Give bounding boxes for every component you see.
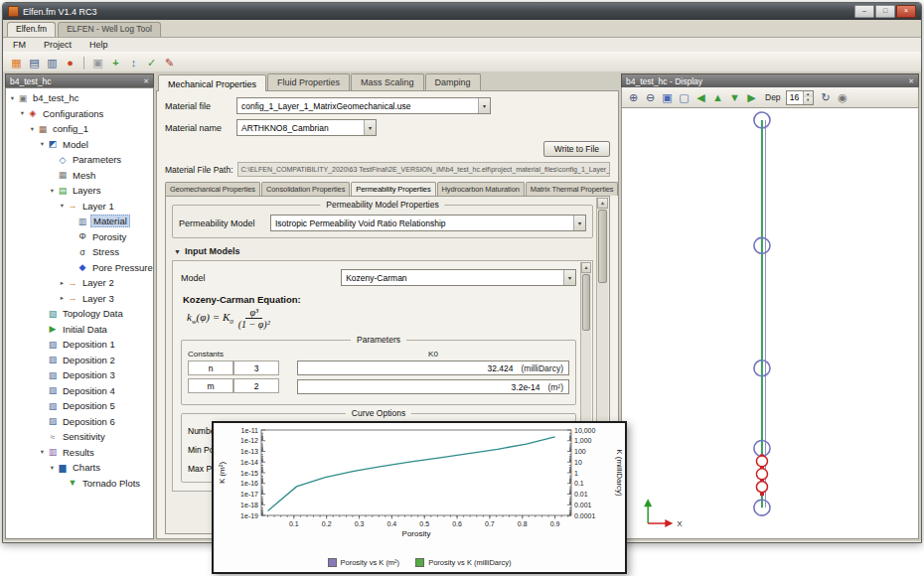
tab-mass-scaling[interactable]: Mass Scaling (351, 73, 424, 90)
permeability-model-select[interactable]: Isotropic Permeability Void Ratio Relati… (270, 215, 586, 231)
tree-item-deposition-6[interactable]: ▨Deposition 6 (6, 414, 153, 430)
write-to-file-button[interactable]: Write to File (543, 141, 610, 157)
project-panel-header: b4_test_hc ✕ (5, 73, 154, 87)
tree-item-results[interactable]: ▾▥Results (6, 445, 153, 461)
subtab-matrix-thermal-properties[interactable]: Matrix Thermal Properties (526, 182, 619, 196)
save-icon[interactable]: ▤ (27, 56, 42, 71)
tree-item-tornado-plots[interactable]: ▼Tornado Plots (6, 476, 153, 492)
tree-item-deposition-3[interactable]: ▨Deposition 3 (6, 367, 153, 383)
doc-tab-elfen-fm[interactable]: Elfen.fm (7, 22, 56, 37)
kozeny-carman-equation: kw(φ) = K0 φ³ (1 − φ)² (187, 307, 576, 330)
tree-item-mesh[interactable]: ▦Mesh (6, 168, 153, 184)
input-models-section-toggle[interactable]: ▼ Input Models (174, 246, 593, 256)
k0-millidarcy-field[interactable]: 32.424 (milliDarcy) (297, 360, 569, 375)
subtab-hydrocarbon-maturation[interactable]: Hydrocarbon Maturation (437, 182, 525, 196)
fit-view-icon[interactable]: ▣ (660, 90, 675, 105)
menu-project[interactable]: Project (42, 40, 74, 50)
deposition-5-icon: ▨ (47, 401, 59, 411)
desktop: Elfen.fm V1.4 RC3 –□× Elfen.fmELFEN - We… (0, 0, 924, 576)
tree-item-deposition-5[interactable]: ▨Deposition 5 (6, 398, 153, 414)
tree-item-layer-1[interactable]: ▾→Layer 1 (6, 199, 153, 215)
tree-item-stress[interactable]: σStress (6, 244, 153, 260)
expander-icon[interactable]: ▸ (58, 294, 67, 302)
expander-icon[interactable]: ▾ (18, 109, 27, 117)
window-title: Elfen.fm V1.4 RC3 (23, 7, 97, 17)
tree-item-initial-data[interactable]: ▶Initial Data (6, 322, 153, 338)
expander-icon[interactable]: ▾ (58, 202, 67, 210)
subtab-geomechanical-properties[interactable]: Geomechanical Properties (165, 182, 260, 196)
tree-item-material[interactable]: ▥Material (6, 214, 153, 229)
porosity-icon: Φ (77, 231, 88, 241)
expander-icon[interactable]: ▾ (38, 140, 47, 148)
add-icon[interactable]: + (108, 56, 123, 71)
tree-item-parameters[interactable]: ◇Parameters (6, 152, 153, 168)
tree-item-pore-pressure[interactable]: ◆Pore Pressure (6, 260, 153, 276)
zoom-out-icon[interactable]: ⊖ (643, 90, 658, 105)
tab-damping[interactable]: Damping (425, 73, 481, 90)
fit-selection-icon[interactable]: ▢ (677, 90, 692, 105)
dep-spinner[interactable]: 16 ▴ ▾ (786, 90, 814, 105)
tree-item-configurations[interactable]: ▾◈Configurations (6, 106, 153, 122)
constant-n-field[interactable]: 3 (233, 360, 279, 375)
tree-item-model[interactable]: ▾◩Model (6, 137, 153, 153)
material-file-select[interactable]: config_1_Layer_1_MatrixGeomechanical.use… (236, 97, 491, 114)
tree-item-topology-data[interactable]: ▧Topology Data (6, 306, 153, 322)
k0-header: K0 (297, 350, 569, 359)
constant-m-field[interactable]: 2 (233, 378, 279, 393)
spin-down-icon[interactable]: ▾ (804, 97, 813, 104)
expander-icon[interactable]: ▾ (28, 125, 37, 133)
minimize-button[interactable]: – (854, 5, 874, 18)
display-canvas[interactable]: X (621, 107, 919, 539)
pan-up-icon[interactable]: ▲ (710, 90, 725, 105)
subtab-consolidation-properties[interactable]: Consolidation Properties (261, 182, 350, 196)
expander-icon[interactable]: ▾ (8, 94, 17, 102)
tree-item-config-1[interactable]: ▾▦config_1 (6, 121, 153, 137)
tree-item-sensitivity[interactable]: ≈Sensitivity (6, 429, 153, 445)
pan-down-icon[interactable]: ▼ (727, 90, 742, 105)
tab-mechanical-properties[interactable]: Mechanical Properties (158, 74, 266, 91)
material-name-select[interactable]: ARTHKNO8_Cambrian ▾ (236, 119, 377, 136)
tree-item-deposition-4[interactable]: ▨Deposition 4 (6, 383, 153, 399)
scrollbar-thumb[interactable] (598, 210, 607, 283)
subtab-permeability-properties[interactable]: Permeability Properties (351, 182, 435, 196)
doc-tab-elfen-well-log-tool[interactable]: ELFEN - Well Log Tool (58, 22, 161, 37)
copy-icon[interactable]: ▣ (90, 56, 105, 71)
scrollbar-thumb[interactable] (582, 274, 590, 331)
record-icon[interactable]: ● (63, 56, 77, 71)
tab-fluid-properties[interactable]: Fluid Properties (267, 73, 350, 90)
reorder-icon[interactable]: ↕ (126, 56, 141, 71)
pan-right-icon[interactable]: ▶ (744, 90, 759, 105)
tree-item-deposition-2[interactable]: ▨Deposition 2 (6, 353, 153, 368)
tree-item-b4-test-hc[interactable]: ▾▣b4_test_hc (6, 90, 153, 106)
edit-icon[interactable]: ✎ (162, 56, 177, 71)
expander-icon[interactable]: ▾ (48, 464, 57, 472)
tree-item-deposition-1[interactable]: ▨Deposition 1 (6, 337, 153, 353)
tree-item-layer-2[interactable]: ▸→Layer 2 (6, 275, 153, 291)
validate-icon[interactable]: ✓ (144, 56, 159, 71)
model-select[interactable]: Kozeny-Carman ▾ (341, 269, 576, 286)
expander-icon[interactable]: ▾ (48, 187, 57, 195)
scroll-up-icon[interactable]: ▲ (581, 262, 591, 273)
k0-m2-field[interactable]: 3.2e-14 (m²) (297, 379, 569, 394)
tree-item-layers[interactable]: ▾▤Layers (6, 183, 153, 199)
refresh-icon[interactable]: ↻ (819, 90, 834, 105)
save-all-icon[interactable]: ▥ (45, 56, 60, 71)
titlebar[interactable]: Elfen.fm V1.4 RC3 –□× (3, 3, 921, 20)
project-grid-icon[interactable]: ▦ (9, 56, 24, 71)
tree-item-layer-3[interactable]: ▸→Layer 3 (6, 291, 153, 307)
expander-icon[interactable]: ▸ (58, 279, 67, 287)
expander-icon[interactable]: ▾ (38, 448, 47, 456)
close-icon[interactable]: ✕ (143, 77, 149, 85)
tree-item-porosity[interactable]: ΦPorosity (6, 229, 153, 245)
zoom-in-icon[interactable]: ⊕ (626, 90, 641, 105)
tree-item-charts[interactable]: ▾▆Charts (6, 460, 153, 476)
menu-help[interactable]: Help (87, 40, 110, 50)
snapshot-icon[interactable]: ◉ (836, 90, 850, 105)
close-button[interactable]: × (896, 5, 916, 18)
constant-m-label: m (188, 378, 233, 393)
pan-left-icon[interactable]: ◀ (693, 90, 708, 105)
maximize-button[interactable]: □ (875, 5, 895, 18)
scroll-up-icon[interactable]: ▲ (597, 198, 608, 209)
menu-fm[interactable]: FM (11, 40, 28, 50)
close-icon[interactable]: ✕ (908, 77, 914, 85)
